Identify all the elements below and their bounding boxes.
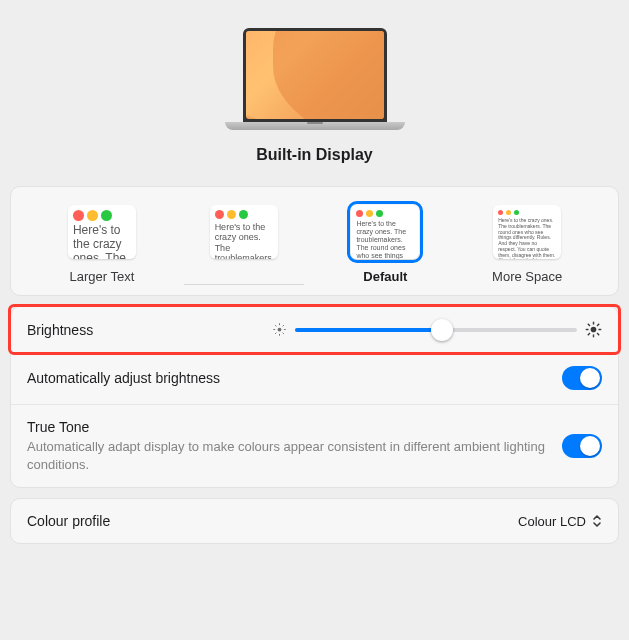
colour-profile-row: Colour profile Colour LCD bbox=[11, 499, 618, 543]
svg-line-7 bbox=[275, 333, 276, 334]
display-illustration bbox=[225, 28, 405, 140]
true-tone-toggle[interactable] bbox=[562, 434, 602, 458]
resolution-label: Default bbox=[363, 269, 407, 285]
brightness-row: Brightness bbox=[8, 304, 621, 355]
true-tone-description: Automatically adapt display to make colo… bbox=[27, 438, 562, 473]
svg-point-9 bbox=[591, 327, 597, 333]
resolution-option-more-space[interactable]: Here's to the crazy ones. The troublemak… bbox=[467, 205, 587, 285]
brightness-settings-panel: Brightness Automatically adjust brightne… bbox=[10, 306, 619, 488]
svg-line-6 bbox=[283, 333, 284, 334]
auto-brightness-toggle[interactable] bbox=[562, 366, 602, 390]
chevron-up-down-icon bbox=[592, 514, 602, 528]
colour-profile-dropdown[interactable]: Colour LCD bbox=[518, 514, 602, 529]
svg-point-0 bbox=[278, 328, 282, 332]
resolution-label: More Space bbox=[492, 269, 562, 285]
svg-line-14 bbox=[588, 324, 590, 326]
brightness-low-icon bbox=[272, 322, 287, 337]
colour-profile-label: Colour profile bbox=[27, 513, 518, 529]
svg-line-16 bbox=[588, 333, 590, 335]
resolution-label: Larger Text bbox=[69, 269, 134, 285]
svg-line-17 bbox=[597, 324, 599, 326]
brightness-high-icon bbox=[585, 321, 602, 338]
auto-brightness-label: Automatically adjust brightness bbox=[27, 370, 562, 386]
brightness-slider-thumb[interactable] bbox=[431, 319, 453, 341]
colour-profile-panel: Colour profile Colour LCD bbox=[10, 498, 619, 544]
display-title: Built-in Display bbox=[256, 146, 372, 164]
svg-line-15 bbox=[597, 333, 599, 335]
resolution-option-default[interactable]: Here's to the crazy ones. The troublemak… bbox=[325, 205, 445, 285]
auto-brightness-row: Automatically adjust brightness bbox=[11, 352, 618, 405]
header-section: Built-in Display bbox=[0, 0, 629, 186]
brightness-slider[interactable] bbox=[295, 328, 577, 332]
brightness-label: Brightness bbox=[27, 322, 272, 338]
resolution-option-mid[interactable]: Here's to the crazy ones. The troublemak… bbox=[184, 205, 304, 285]
true-tone-label: True Tone bbox=[27, 419, 562, 435]
true-tone-row: True Tone Automatically adapt display to… bbox=[11, 405, 618, 487]
resolution-option-larger-text[interactable]: Here's to the crazy ones. The troublemak… bbox=[42, 205, 162, 285]
svg-line-5 bbox=[275, 325, 276, 326]
colour-profile-value: Colour LCD bbox=[518, 514, 586, 529]
resolution-panel: Here's to the crazy ones. The troublemak… bbox=[10, 186, 619, 296]
svg-line-8 bbox=[283, 325, 284, 326]
